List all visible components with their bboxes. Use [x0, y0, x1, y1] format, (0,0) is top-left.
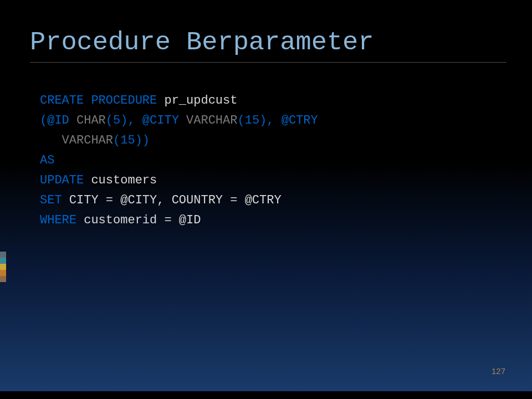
code-text: (15), @CTRY	[237, 114, 325, 127]
page-number: 127	[492, 366, 505, 376]
code-text: (5), @CITY	[106, 114, 186, 127]
accent-square	[0, 258, 6, 264]
code-text: customerid = @ID	[84, 213, 201, 227]
keyword: CREATE PROCEDURE	[40, 94, 164, 108]
code-text: (15))	[113, 134, 150, 147]
sql-code-block: CREATE PROCEDURE pr_updcust (@ID CHAR(5)…	[40, 91, 325, 231]
identifier: customers	[91, 173, 157, 187]
title-underline	[30, 62, 507, 63]
accent-square	[0, 270, 6, 276]
datatype: VARCHAR	[62, 134, 113, 147]
datatype: CHAR	[76, 114, 106, 127]
keyword: WHERE	[40, 213, 84, 227]
code-text: CITY = @CITY, COUNTRY = @CTRY	[69, 193, 282, 207]
keyword: AS	[40, 154, 54, 167]
slide-body: Procedure Berparameter CREATE PROCEDURE …	[0, 8, 532, 391]
keyword: UPDATE	[40, 173, 91, 187]
code-text: (@ID	[40, 114, 76, 127]
indent	[40, 134, 62, 147]
accent-square	[0, 264, 6, 270]
datatype: VARCHAR	[186, 114, 237, 127]
slide-title: Procedure Berparameter	[30, 28, 374, 57]
accent-square	[0, 252, 6, 258]
accent-square	[0, 276, 6, 282]
accent-color-strip	[0, 252, 6, 282]
slide: Procedure Berparameter CREATE PROCEDURE …	[0, 0, 532, 399]
keyword: SET	[40, 193, 69, 207]
identifier: pr_updcust	[164, 94, 237, 108]
top-bar	[0, 0, 532, 8]
